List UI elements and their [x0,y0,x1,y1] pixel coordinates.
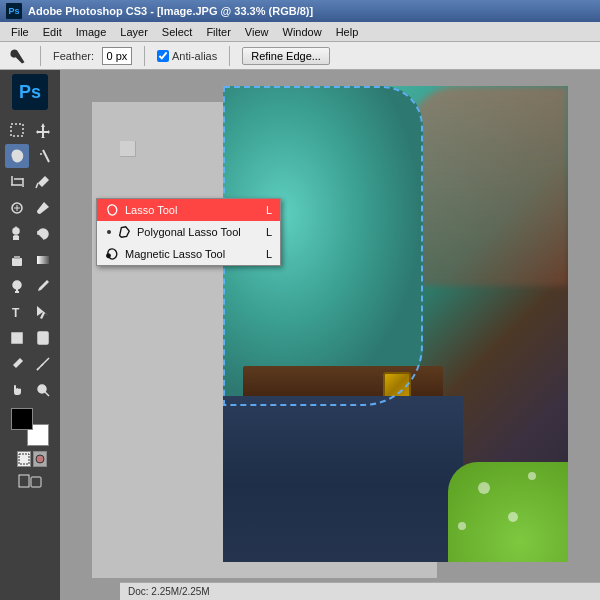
svg-line-31 [45,392,49,396]
doc-info: Doc: 2.25M/2.25M [128,586,210,597]
tool-notes[interactable] [31,326,55,350]
flyout-item-magnetic-lasso[interactable]: Magnetic Lasso Tool L [97,243,280,265]
main-area: Ps [0,70,600,600]
color-swatches [11,408,49,446]
tool-row-3 [5,170,55,194]
svg-rect-35 [31,477,41,487]
tool-eyedropper[interactable] [31,170,55,194]
menu-bar: File Edit Image Layer Select Filter View… [0,22,600,42]
flyout-item-lasso[interactable]: Lasso Tool L [97,199,280,221]
ps-logo: Ps [6,3,22,19]
tool-brush[interactable] [31,196,55,220]
tool-eraser[interactable] [5,248,29,272]
tool-lasso[interactable] [5,144,29,168]
menu-help[interactable]: Help [329,24,366,40]
svg-line-28 [37,368,39,370]
feather-input[interactable] [102,47,132,65]
tool-magic-wand[interactable] [31,144,55,168]
menu-file[interactable]: File [4,24,36,40]
standard-mode-btn[interactable] [17,451,31,467]
svg-rect-16 [37,256,49,264]
svg-line-8 [36,183,38,188]
svg-line-29 [41,364,43,366]
tool-history[interactable] [31,222,55,246]
tool-measure[interactable] [31,352,55,376]
menu-view[interactable]: View [238,24,276,40]
svg-point-3 [40,153,42,155]
quick-mask-mode-btn[interactable] [33,451,47,467]
tool-marquee[interactable] [5,118,29,142]
svg-line-2 [43,150,49,162]
background-figure [408,86,568,286]
options-bar: Feather: Anti-alias Refine Edge... [0,42,600,70]
toolbox: Ps [0,70,60,600]
refine-edge-button[interactable]: Refine Edge... [242,47,330,65]
svg-point-12 [13,228,19,234]
tool-eyedropper2[interactable] [5,352,29,376]
tool-row-8: T [5,300,55,324]
svg-marker-1 [36,123,50,138]
tool-flyout-menu: Lasso Tool L Polygonal Lasso Tool L Magn… [96,198,281,266]
anti-alias-label: Anti-alias [172,50,217,62]
svg-text:T: T [12,306,20,320]
title-bar: Ps Adobe Photoshop CS3 - [Image.JPG @ 33… [0,0,600,22]
options-separator3 [229,46,230,66]
menu-filter[interactable]: Filter [199,24,237,40]
tool-row-7 [5,274,55,298]
foreground-color-swatch[interactable] [11,408,33,430]
tool-move[interactable] [31,118,55,142]
photo-canvas[interactable] [223,86,568,562]
tool-row-5 [5,222,55,246]
menu-image[interactable]: Image [69,24,114,40]
screen-mode-btn[interactable] [18,474,42,490]
flyout-bullet-polygonal [107,230,111,234]
menu-select[interactable]: Select [155,24,200,40]
tool-row-1 [5,118,55,142]
tool-row-11 [5,378,55,402]
svg-point-17 [13,281,21,289]
tool-dodge[interactable] [5,274,29,298]
anti-alias-checkbox[interactable] [157,50,169,62]
tool-hand[interactable] [5,378,29,402]
svg-rect-34 [19,475,29,487]
tool-row-4 [5,196,55,220]
green-dotted-fabric [448,462,568,562]
jeans [223,396,463,562]
options-separator [40,46,41,66]
menu-edit[interactable]: Edit [36,24,69,40]
menu-window[interactable]: Window [276,24,329,40]
status-bar: Doc: 2.25M/2.25M [120,582,600,600]
tool-row-9 [5,326,55,350]
tool-row-10 [5,352,55,376]
flyout-item-polygonal-lasso[interactable]: Polygonal Lasso Tool L [97,221,280,243]
tool-path-select[interactable] [31,300,55,324]
svg-rect-14 [12,258,22,266]
ruler-corner [120,141,136,157]
svg-marker-21 [37,306,49,319]
options-separator2 [144,46,145,66]
tool-healing[interactable] [5,196,29,220]
tool-clone[interactable] [5,222,29,246]
svg-rect-15 [14,256,20,259]
canvas-area[interactable]: 14 12 10 8 6 4 2 0 2 4 6 [60,70,600,600]
tool-shape[interactable] [5,326,29,350]
tool-pen[interactable] [31,274,55,298]
svg-point-33 [36,455,44,463]
svg-rect-32 [19,454,29,464]
tool-row-2 [5,144,55,168]
svg-point-30 [38,385,46,393]
tool-crop[interactable] [5,170,29,194]
svg-rect-0 [11,124,23,136]
options-tool-icon [6,45,28,67]
tool-gradient[interactable] [31,248,55,272]
tool-text[interactable]: T [5,300,29,324]
menu-layer[interactable]: Layer [113,24,155,40]
tool-zoom[interactable] [31,378,55,402]
tool-row-6 [5,248,55,272]
window-title: Adobe Photoshop CS3 - [Image.JPG @ 33.3%… [28,5,313,17]
svg-point-36 [107,254,111,258]
anti-alias-group: Anti-alias [157,50,217,62]
quick-mask-buttons [17,450,43,468]
ps-toolbox-logo: Ps [12,74,48,110]
svg-rect-22 [12,333,22,343]
